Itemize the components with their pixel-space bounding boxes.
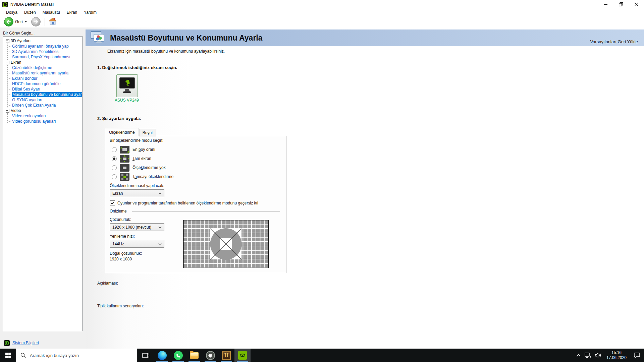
system-info-icon [4, 340, 10, 346]
collapse-icon[interactable] [6, 39, 9, 43]
perform-scaling-dropdown[interactable]: Ekran [110, 189, 164, 197]
chevron-down-icon [158, 226, 162, 228]
home-icon [48, 17, 57, 25]
taskbar-heroes[interactable] [218, 349, 234, 362]
refresh-rate-dropdown[interactable]: 144Hz [110, 240, 164, 248]
tree-item-ekrani-dondur[interactable]: Ekranı döndür [8, 76, 82, 81]
override-checkbox-label: Oyunlar ve programlar tarafından belirle… [117, 201, 258, 205]
radio-icon[interactable] [112, 147, 117, 152]
tray-chevron-icon [576, 354, 581, 357]
collapse-icon[interactable] [6, 61, 9, 64]
tree-group-ekran[interactable]: Ekran [5, 60, 82, 65]
tree-item-gsync[interactable]: G-SYNC ayarları [8, 97, 82, 103]
tree-item-video-goruntu[interactable]: Video görüntüsü ayarları [8, 119, 82, 124]
taskbar-nvidia-active[interactable] [234, 349, 251, 362]
forward-icon [34, 20, 38, 24]
back-button[interactable]: Geri [4, 17, 27, 26]
collapse-icon[interactable] [6, 109, 9, 113]
monitor-icon [119, 77, 136, 95]
radio-olceklendirme-yok[interactable]: Ölçeklendirme yok [112, 164, 166, 172]
tree-item-birden-cok-ekran[interactable]: Birden Çok Ekran Ayarla [8, 103, 82, 108]
menu-yardim[interactable]: Yardım [80, 9, 100, 15]
resolution-dropdown[interactable]: 644 x 362 (mevcut) [110, 223, 164, 231]
back-label: Geri [15, 19, 23, 24]
tree-item-3d-yonetimi[interactable]: 3D Ayarlarının Yönetilmesi [8, 49, 82, 54]
tree-item-surround-physx[interactable]: Surround, PhysX Yapılandırması [8, 54, 82, 60]
typical-scenarios-label: Tipik kullanım senaryoları: [97, 304, 144, 308]
tree-item-hdcp[interactable]: HDCP durumunu görüntüle [8, 81, 82, 86]
network-icon [585, 353, 591, 358]
tree-group-video[interactable]: Video [5, 108, 82, 113]
search-input[interactable] [29, 353, 111, 358]
menu-masaustu[interactable]: Masaüstü [39, 9, 63, 15]
preview-divider [132, 211, 280, 212]
taskbar-game[interactable] [202, 349, 218, 362]
file-explorer-icon [190, 352, 199, 359]
tree-item-masaustu-boyutu-selected[interactable]: Masaüstü boyutunu ve konumunu ayarla [8, 92, 82, 97]
override-checkbox-row[interactable]: Oyunlar ve programlar tarafından belirle… [110, 200, 258, 205]
menu-duzen[interactable]: Düzen [21, 9, 39, 15]
page-subtitle: Ekranınız için masaüstü boyutunu ve konu… [107, 49, 225, 54]
taskbar: 15:16 17.06.2020 [0, 349, 644, 362]
tray-volume[interactable] [593, 349, 603, 362]
radio-icon[interactable] [112, 174, 117, 179]
radio-tam-ekran[interactable]: Tam ekran [112, 155, 151, 163]
action-center-button[interactable] [630, 349, 644, 362]
refresh-rate-label: Yenileme hızı: [110, 234, 135, 239]
taskbar-clock[interactable]: 15:16 17.06.2020 [603, 349, 630, 362]
tray-expand-button[interactable] [574, 349, 583, 362]
perform-scaling-label: Ölçeklendirme nasıl yapılacak: [110, 183, 164, 188]
tree-group-label: Ekran [11, 60, 21, 65]
radio-label: Ölçeklendirme yok [132, 165, 166, 170]
clock-time: 15:16 [611, 350, 622, 355]
display-tile[interactable] [116, 74, 138, 97]
restore-icon [619, 2, 623, 6]
sidebar: Bir Görev Seçin... 3D Ayarları Görüntü a… [0, 27, 86, 349]
start-button[interactable] [0, 349, 16, 362]
restore-defaults-button[interactable]: Varsayılanları Geri Yükle [590, 39, 638, 44]
integer-scaling-icon [120, 173, 129, 181]
taskbar-whatsapp[interactable] [170, 349, 186, 362]
radio-en-boy-orani[interactable]: En boy oranı [112, 145, 155, 154]
task-view-button[interactable] [138, 349, 154, 362]
home-button[interactable] [48, 17, 57, 26]
tree-group-3d-ayarlari[interactable]: 3D Ayarları [5, 38, 82, 44]
radio-tamsayi-olceklendirme[interactable]: Tamsayı ölçeklendirme [112, 173, 173, 181]
tree-item-cozunurluk[interactable]: Çözünürlük değiştirme [8, 65, 82, 70]
aspect-ratio-icon [120, 146, 129, 154]
search-icon [20, 353, 26, 358]
scaling-preview-image [183, 220, 269, 268]
native-resolution-value: 644 x 362 [110, 257, 132, 261]
back-dropdown-icon[interactable] [24, 21, 27, 22]
tree-item-goruntu-ayarlari[interactable]: Görüntü ayarlarını önayarla yap [8, 44, 82, 49]
close-button[interactable] [629, 0, 644, 9]
forward-button[interactable] [31, 17, 41, 26]
tray-network[interactable] [583, 349, 593, 362]
chevron-down-icon [158, 192, 162, 194]
radio-label: En boy oranı [132, 147, 155, 152]
tab-boyut[interactable]: Boyut [139, 129, 156, 136]
menu-ekran[interactable]: Ekran [63, 9, 80, 15]
menu-dosya[interactable]: Dosya [3, 9, 21, 15]
tab-olceklendirme[interactable]: Ölçeklendirme [105, 128, 139, 136]
tree-item-renk-ayarlari[interactable]: Masaüstü renk ayarlarını ayarla [8, 70, 82, 76]
minimize-button[interactable] [598, 0, 613, 9]
tree-item-video-renk[interactable]: Video renk ayarları [8, 113, 82, 119]
nvidia-control-panel-window: NVIDIA Denetim Masası Dosya Düzen Masaüs… [0, 0, 644, 362]
chevron-down-icon [158, 243, 162, 245]
whatsapp-icon [174, 351, 183, 360]
restore-button[interactable] [613, 0, 629, 9]
radio-icon-selected[interactable] [112, 156, 117, 161]
tree-item-dijital-ses[interactable]: Dijital Ses Ayarı [8, 86, 82, 92]
taskbar-edge[interactable] [154, 349, 170, 362]
taskbar-search[interactable] [16, 349, 137, 362]
heroes-icon [222, 351, 231, 360]
native-resolution-label: Doğal çözünürlük: [110, 251, 142, 256]
volume-icon [595, 353, 601, 358]
radio-icon[interactable] [112, 165, 117, 170]
checkbox-checked-icon[interactable] [110, 200, 115, 205]
taskbar-file-explorer[interactable] [186, 349, 202, 362]
close-icon [634, 2, 638, 6]
system-info-row: Sistem Bilgileri [0, 337, 86, 349]
system-info-link[interactable]: Sistem Bilgileri [12, 341, 39, 345]
